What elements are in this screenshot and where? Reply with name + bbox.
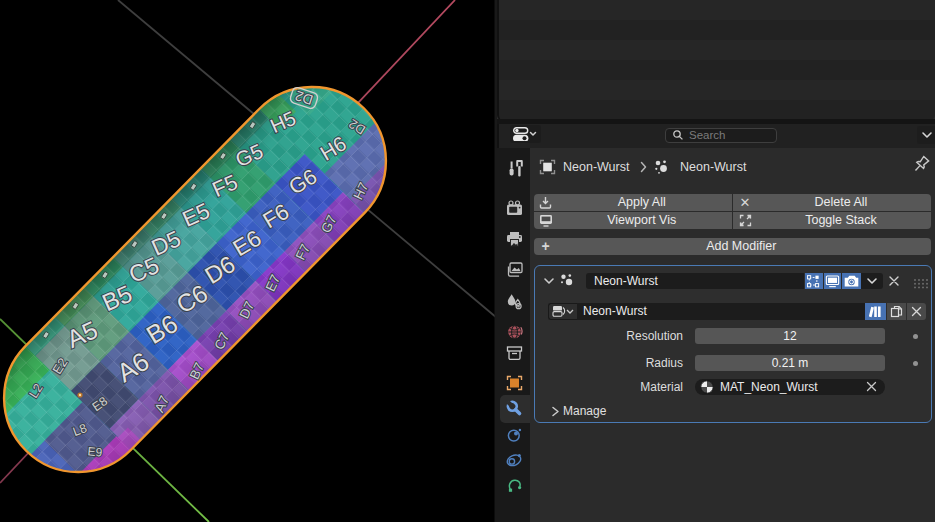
svg-text:E9: E9 bbox=[87, 444, 103, 459]
